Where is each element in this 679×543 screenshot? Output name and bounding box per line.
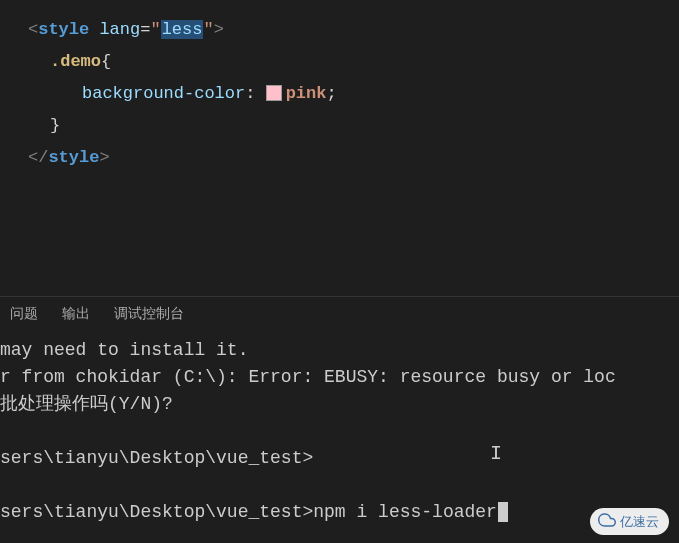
panel-tabs: 问题 输出 调试控制台: [0, 297, 679, 331]
terminal-line: may need to install it.: [0, 337, 679, 364]
terminal-input-line: sers\tianyu\Desktop\vue_test>npm i less-…: [0, 499, 679, 526]
color-swatch-icon: [266, 85, 282, 101]
code-line: </style>: [28, 142, 679, 174]
code-line: <style lang="less">: [28, 14, 679, 46]
terminal-line: [0, 418, 679, 445]
code-line: }: [28, 110, 679, 142]
terminal-prompt: sers\tianyu\Desktop\vue_test>: [0, 445, 679, 472]
terminal-command: npm i less-loader: [313, 502, 497, 522]
tab-output[interactable]: 输出: [62, 305, 90, 323]
watermark-badge: 亿速云: [590, 508, 669, 535]
code-line: background-color: pink;: [28, 78, 679, 110]
cursor-icon: [498, 502, 508, 522]
code-editor[interactable]: <style lang="less"> .demo{ background-co…: [0, 0, 679, 296]
terminal-prompt: sers\tianyu\Desktop\vue_test>: [0, 502, 313, 522]
code-line: .demo{: [28, 46, 679, 78]
cloud-icon: [598, 511, 616, 532]
tab-problems[interactable]: 问题: [10, 305, 38, 323]
watermark-text: 亿速云: [620, 513, 659, 531]
terminal-line: r from chokidar (C:\): Error: EBUSY: res…: [0, 364, 679, 391]
terminal-line: [0, 472, 679, 499]
tab-debug-console[interactable]: 调试控制台: [114, 305, 184, 323]
terminal-line: 批处理操作吗(Y/N)?: [0, 391, 679, 418]
terminal[interactable]: may need to install it. r from chokidar …: [0, 331, 679, 526]
bottom-panel: 问题 输出 调试控制台 may need to install it. r fr…: [0, 296, 679, 543]
